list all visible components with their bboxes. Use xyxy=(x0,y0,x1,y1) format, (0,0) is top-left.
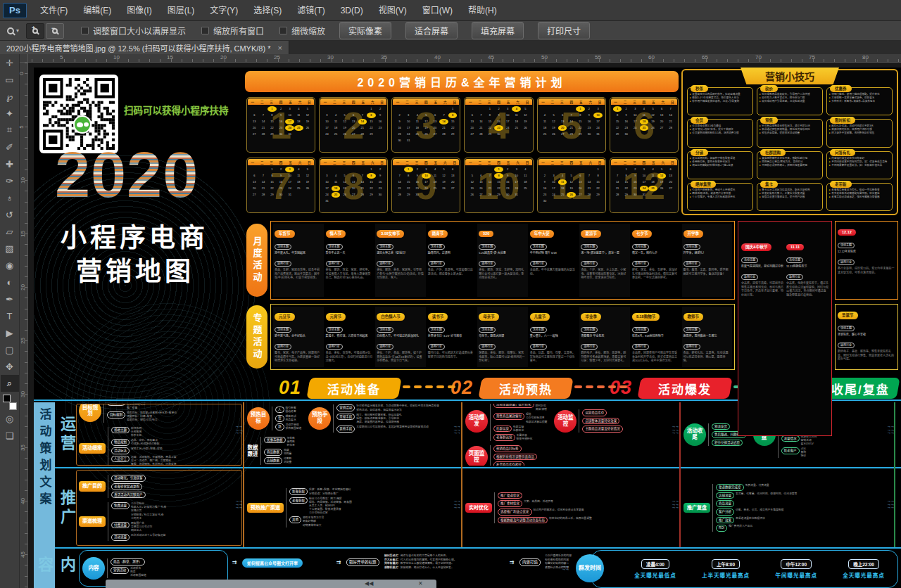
option-checkbox-1[interactable]: 缩放所有窗口 xyxy=(201,25,264,37)
document-canvas[interactable]: 扫码可以获得小程序扶持 2020 小程序电商 营销地图 2020营销日历&全年营… xyxy=(28,63,901,588)
branch-pill: 活动全面放量，提升转化 xyxy=(493,404,534,408)
menu-item-3[interactable]: 图层(L) xyxy=(160,0,203,21)
day-number: 2 xyxy=(413,167,422,172)
history-brush-tool-icon[interactable]: ↺ xyxy=(1,206,19,223)
eraser-tool-icon[interactable]: ▱ xyxy=(1,223,19,240)
menu-item-6[interactable]: 滤镜(T) xyxy=(289,0,332,21)
option-button-0[interactable]: 实际像素 xyxy=(339,22,391,39)
color-swatches[interactable] xyxy=(3,395,17,410)
mindmap-branch: 优惠券数据领券数使用数转化率 xyxy=(264,437,295,447)
tips-title: 营销小技巧 xyxy=(741,68,839,84)
day-number: 15 xyxy=(267,179,277,185)
hand-tool-icon[interactable]: ✥ xyxy=(1,358,19,375)
day-number: 1 xyxy=(267,167,277,172)
day-blank xyxy=(549,106,558,112)
marquee-tool-icon[interactable]: ▭ xyxy=(1,71,19,88)
day-number: 5 xyxy=(521,106,530,112)
menu-item-10[interactable]: 帮助(H) xyxy=(460,0,505,21)
mindmap-branches: 活动全面放量，提升转化秒杀抢购限时折扣满减/满赠预售商品尾款催付短信公众号模板消… xyxy=(490,404,547,441)
zoom-tool-icon[interactable]: ⌕ xyxy=(1,375,19,392)
healing-brush-tool-icon[interactable]: ✚ xyxy=(1,155,19,172)
calendar-month: 一二三四五六日312345678910111213141516171819202… xyxy=(391,97,460,153)
day-number: 25 xyxy=(294,186,303,191)
industry-pill: 适用行业 xyxy=(428,261,445,267)
pen-tool-icon[interactable]: ✒ xyxy=(1,290,19,307)
activity-column: 情人节活动主题爱你不止这一天适用行业美妆、服饰、珠宝、家居、鲜花等，可设置情人节… xyxy=(325,224,375,297)
weekday-label: 一 xyxy=(324,160,327,165)
path-select-tool-icon[interactable]: ▶ xyxy=(1,324,19,341)
type-tool-icon[interactable]: T xyxy=(1,307,19,324)
menu-item-9[interactable]: 窗口(W) xyxy=(415,0,460,21)
option-checkbox-0[interactable]: 调整窗口大小以满屏显示 xyxy=(81,25,186,37)
menu-item-1[interactable]: 编辑(E) xyxy=(75,0,119,21)
menu-item-7[interactable]: 3D(D) xyxy=(333,0,371,21)
weekday-label: 六 xyxy=(371,160,374,165)
menu-item-0[interactable]: 文件(F) xyxy=(32,0,75,21)
blur-tool-icon[interactable]: ◉ xyxy=(1,257,19,274)
weekday-label: 二 xyxy=(478,160,481,165)
ruler-h-number: 25 xyxy=(274,54,280,60)
option-button-2[interactable]: 填充屏幕 xyxy=(472,22,524,39)
option-button-1[interactable]: 适合屏幕 xyxy=(405,22,458,39)
day-number: 7 xyxy=(567,113,576,118)
menu-item-4[interactable]: 文字(Y) xyxy=(202,0,246,21)
day-number: 15 xyxy=(404,179,413,185)
brush-tool-icon[interactable]: ✑ xyxy=(1,172,19,189)
ruler-h-number: 15 xyxy=(167,54,173,60)
screen-mode-icon[interactable]: ❏ xyxy=(1,427,19,444)
branch-pill: 选择推广利益点优化 xyxy=(498,509,532,516)
quick-select-tool-icon[interactable]: ✦ xyxy=(1,105,19,122)
industry-pill: 适用行业 xyxy=(326,261,343,267)
menu-item-5[interactable]: 选择(S) xyxy=(246,0,289,21)
day-number: 26 xyxy=(567,192,576,198)
branch-lines: 收藏加购量 xyxy=(284,449,291,456)
quick-mask-icon[interactable]: ◎ xyxy=(1,410,19,427)
branch-lines: 投放：新客+裂变、不定期抽奖福利分销渠道：分销佣金推广 xyxy=(309,488,351,495)
gradient-tool-icon[interactable]: ▧ xyxy=(1,240,19,257)
weekday-label: 二 xyxy=(551,160,555,165)
day-number: 21 xyxy=(567,125,576,131)
eyedropper-tool-icon[interactable]: ✐ xyxy=(1,139,19,155)
day-number: 4 xyxy=(648,167,657,172)
zoom-out-button[interactable]: − xyxy=(46,23,64,39)
clone-stamp-tool-icon[interactable]: ♁ xyxy=(1,189,19,206)
foreground-color-swatch[interactable] xyxy=(3,395,11,402)
day-number: 6 xyxy=(657,106,667,112)
day-number: 6 xyxy=(250,173,259,179)
background-color-swatch[interactable] xyxy=(9,402,17,410)
day-number: 28 xyxy=(439,132,448,137)
day-number: 14 xyxy=(613,179,622,185)
dodge-tool-icon[interactable]: ◐ xyxy=(1,274,19,290)
theme-pill: 活动主题 xyxy=(377,244,393,250)
industry-pill: 适用行业 xyxy=(683,344,700,350)
day-number: 27 xyxy=(666,186,675,191)
menu-item-8[interactable]: 视图(V) xyxy=(371,0,415,21)
tip-line: ▸预售资金回笼，提前锁定活动销量 xyxy=(760,132,820,135)
sendtime-time: 晚上22:00 xyxy=(848,559,879,569)
document-tab[interactable]: 2020小程序电商营销地图.jpg @ 12.5% (扫码可以获得小程序扶持, … xyxy=(0,41,289,54)
day-number: 16 xyxy=(376,179,385,185)
ruler-v-number: 45 xyxy=(20,551,26,558)
day-number: 18 xyxy=(294,119,303,124)
menu-item-2[interactable]: 图像(I) xyxy=(119,0,159,21)
lasso-tool-icon[interactable]: ℘ xyxy=(1,88,19,105)
day-number: 17 xyxy=(322,125,332,131)
move-tool-icon[interactable]: ✛ xyxy=(1,54,19,71)
branch-lines: 销售目标：销售额=访客数×转化率×客单价流量目标：口碑+裂变渠道目标：微信/会员… xyxy=(127,411,177,422)
ruler-v-number: 35 xyxy=(20,445,26,451)
option-checkbox-2[interactable]: 细微缩放 xyxy=(279,25,325,37)
day-number: 19 xyxy=(657,179,667,185)
day-number: 9 xyxy=(395,119,404,124)
activity-badge: 8.18购物节 xyxy=(632,313,660,321)
taskbar-hint[interactable]: ◀◀✕ xyxy=(106,580,436,588)
crop-tool-icon[interactable]: ⌗ xyxy=(1,122,19,139)
option-button-3[interactable]: 打印尺寸 xyxy=(538,22,590,39)
shape-tool-icon[interactable]: ▢ xyxy=(1,341,19,358)
zoom-in-button[interactable]: + xyxy=(26,23,44,39)
taskbar-hint-icon[interactable]: ✕ xyxy=(418,580,423,587)
close-tab-icon[interactable]: × xyxy=(277,44,282,52)
zoom-tool-icon[interactable]: ▾ xyxy=(0,27,26,34)
taskbar-hint-icon[interactable]: ◀◀ xyxy=(365,580,373,587)
day-number: 29 xyxy=(494,192,503,198)
monthly-band: 年货节活动主题迎年度大礼，年货囤起来适用行业食品、生鲜、家居百货等，结合年前用户… xyxy=(270,221,735,300)
